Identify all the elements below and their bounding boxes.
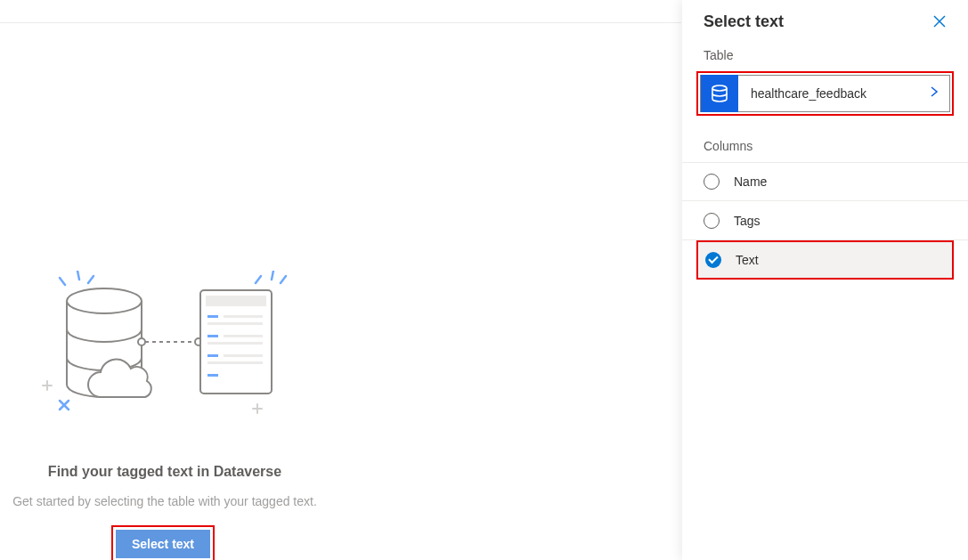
table-selector-highlight: healthcare_feedback [696, 71, 954, 116]
select-text-button-highlight: Select text [111, 525, 215, 560]
svg-rect-21 [207, 335, 218, 337]
panel-header: Select text [682, 0, 968, 41]
column-option-text[interactable]: Text [696, 240, 954, 280]
column-label: Text [721, 253, 759, 267]
main-subheading: Get started by selecting the table with … [0, 494, 329, 508]
close-button[interactable] [929, 11, 950, 32]
svg-rect-22 [224, 335, 263, 337]
svg-line-1 [77, 271, 79, 280]
svg-line-2 [88, 276, 94, 283]
main-heading: Find your tagged text in Dataverse [0, 464, 329, 480]
radio-checked-icon [705, 252, 721, 268]
radio-unchecked-icon [704, 213, 720, 229]
column-option-name[interactable]: Name [682, 162, 968, 201]
main-content: Find your tagged text in Dataverse Get s… [0, 0, 681, 560]
table-section-label: Table [682, 41, 968, 71]
svg-point-12 [67, 288, 142, 313]
svg-line-3 [256, 276, 261, 283]
divider [0, 22, 681, 23]
column-option-tags[interactable]: Tags [682, 201, 968, 240]
svg-rect-19 [224, 315, 263, 318]
radio-unchecked-icon [704, 174, 720, 190]
select-text-button[interactable]: Select text [116, 530, 210, 558]
columns-section-label: Columns [682, 132, 968, 162]
select-text-panel: Select text Table healthcare_feedback [682, 0, 968, 560]
svg-point-30 [712, 85, 727, 91]
svg-rect-18 [207, 315, 218, 318]
column-label: Name [720, 174, 767, 189]
svg-rect-23 [207, 342, 263, 345]
svg-rect-26 [207, 361, 263, 364]
chevron-right-icon [930, 85, 949, 101]
table-name: healthcare_feedback [738, 86, 930, 101]
svg-rect-24 [207, 354, 218, 357]
close-icon [932, 14, 947, 28]
dataverse-illustration [42, 271, 297, 414]
panel-title: Select text [704, 12, 784, 31]
svg-rect-25 [224, 354, 263, 357]
svg-line-0 [60, 278, 65, 285]
table-icon [701, 75, 738, 112]
svg-point-13 [138, 338, 145, 345]
svg-rect-20 [207, 322, 263, 325]
column-label: Tags [720, 214, 761, 228]
svg-line-5 [281, 276, 286, 283]
table-selector[interactable]: healthcare_feedback [700, 75, 950, 112]
columns-list: Name Tags Text [682, 162, 968, 280]
svg-line-4 [272, 271, 273, 280]
svg-rect-27 [207, 374, 218, 377]
svg-rect-17 [206, 296, 266, 306]
